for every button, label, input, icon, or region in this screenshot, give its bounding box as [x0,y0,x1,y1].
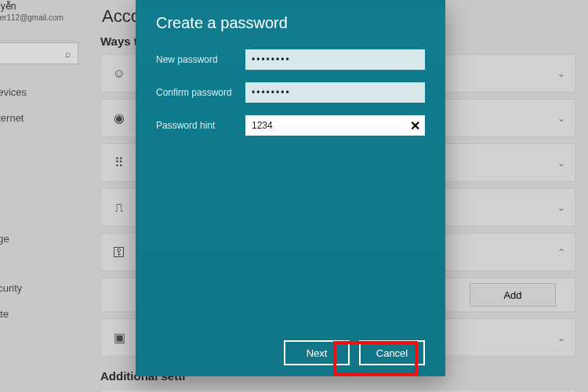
chevron-up-icon: ⌃ [557,247,565,258]
sidebar-item[interactable]: nternet [0,112,27,124]
confirm-password-wrap[interactable] [245,82,425,103]
chevron-down-icon: ⌄ [557,202,565,213]
cancel-button[interactable]: Cancel [359,340,425,365]
confirm-password-label: Confirm password [156,87,238,98]
picture-icon: ▣ [112,331,126,345]
key-icon: ⚿ [112,245,126,260]
new-password-label: New password [156,54,238,65]
sidebar-item[interactable]: devices [0,86,27,98]
add-button[interactable]: Add [470,283,556,307]
search-icon: ⌕ [65,48,71,60]
chevron-down-icon: ⌄ [557,113,565,124]
create-password-dialog: Create a password New password Confirm p… [136,0,445,376]
chevron-down-icon: ⌄ [557,332,565,343]
chevron-down-icon: ⌄ [557,68,565,79]
field-password-hint: Password hint ✕ [156,115,425,136]
field-confirm-password: Confirm password [156,82,425,103]
fingerprint-icon: ◉ [112,111,126,125]
keypad-icon: ⠿ [112,156,126,170]
new-password-input[interactable] [252,54,419,65]
user-name: uyễn [0,1,16,12]
dialog-title: Create a password [156,14,425,32]
usb-icon: ⎍ [112,201,126,215]
next-button-label: Next [307,347,328,359]
chevron-down-icon: ⌄ [557,158,565,169]
nav-sidebar: devices nternet n age ecurity late [0,86,27,320]
confirm-password-input[interactable] [252,87,419,98]
password-hint-wrap[interactable]: ✕ [245,115,425,136]
next-button[interactable]: Next [284,340,350,365]
clear-icon[interactable]: ✕ [408,118,422,132]
sidebar-item[interactable]: late [0,308,27,320]
user-block: uyễn ger112@gmail.com [0,2,64,24]
add-button-label: Add [503,289,521,301]
smile-icon: ☺ [112,67,126,81]
new-password-wrap[interactable] [245,49,425,70]
cancel-button-label: Cancel [376,347,408,359]
search-input[interactable]: ⌕ [0,42,78,64]
sidebar-item[interactable]: age [0,233,27,245]
user-email: ger112@gmail.com [0,13,64,22]
password-hint-label: Password hint [156,120,238,131]
sidebar-item[interactable]: ecurity [0,282,27,294]
dialog-footer: Next Cancel [156,332,425,365]
field-new-password: New password [156,49,425,70]
password-hint-input[interactable] [252,120,419,131]
sidebar-item[interactable]: n [0,138,27,150]
option-improved[interactable]: For improved Off [100,389,575,392]
